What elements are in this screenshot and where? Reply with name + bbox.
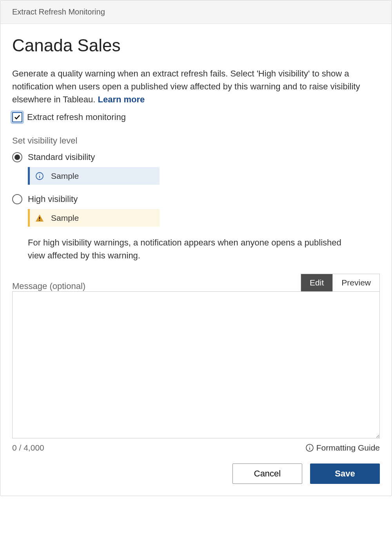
- cancel-button[interactable]: Cancel: [232, 463, 302, 484]
- high-sample-text: Sample: [51, 213, 79, 223]
- char-count: 0 / 4,000: [12, 443, 44, 453]
- dialog-header-title: Extract Refresh Monitoring: [12, 7, 105, 16]
- dialog-header: Extract Refresh Monitoring: [0, 0, 392, 24]
- tab-edit[interactable]: Edit: [301, 274, 332, 291]
- message-textarea[interactable]: [12, 291, 380, 438]
- formatting-guide-link[interactable]: Formatting Guide: [305, 443, 380, 453]
- standard-visibility-row: Standard visibility: [12, 152, 380, 162]
- warning-icon: [35, 214, 44, 222]
- high-sample-box: Sample: [28, 209, 160, 227]
- standard-sample-box: Sample: [28, 167, 160, 185]
- message-tabs: Edit Preview: [301, 274, 380, 291]
- svg-point-8: [309, 446, 310, 447]
- learn-more-link[interactable]: Learn more: [98, 95, 145, 104]
- formatting-guide-text: Formatting Guide: [316, 443, 380, 453]
- save-button[interactable]: Save: [310, 463, 380, 484]
- info-icon: [305, 443, 314, 452]
- dialog-body: Canada Sales Generate a quality warning …: [0, 24, 392, 496]
- standard-visibility-label[interactable]: Standard visibility: [28, 152, 95, 162]
- message-label: Message (optional): [12, 281, 85, 291]
- monitoring-checkbox[interactable]: [12, 112, 22, 122]
- info-icon: [35, 172, 44, 180]
- check-icon: [14, 114, 21, 121]
- svg-point-2: [39, 174, 40, 174]
- dialog-footer: Cancel Save: [12, 463, 380, 484]
- description-body: Generate a quality warning when an extra…: [12, 69, 360, 104]
- page-title: Canada Sales: [12, 36, 380, 55]
- description-text: Generate a quality warning when an extra…: [12, 67, 380, 106]
- high-visibility-row: High visibility: [12, 194, 380, 204]
- visibility-section-label: Set visibility level: [12, 136, 380, 146]
- standard-visibility-radio[interactable]: [12, 152, 22, 162]
- tab-preview[interactable]: Preview: [332, 274, 379, 291]
- message-footer: 0 / 4,000 Formatting Guide: [12, 443, 380, 453]
- standard-sample-text: Sample: [51, 171, 79, 181]
- extract-refresh-dialog: Extract Refresh Monitoring Canada Sales …: [0, 0, 392, 496]
- svg-point-5: [39, 220, 40, 220]
- high-visibility-label[interactable]: High visibility: [28, 194, 78, 204]
- high-visibility-radio[interactable]: [12, 194, 22, 204]
- message-header: Message (optional) Edit Preview: [12, 274, 380, 291]
- high-visibility-description: For high visibility warnings, a notifica…: [28, 236, 353, 262]
- monitoring-checkbox-label[interactable]: Extract refresh monitoring: [27, 112, 126, 122]
- radio-selected-dot: [15, 154, 20, 160]
- monitoring-checkbox-row: Extract refresh monitoring: [12, 112, 380, 122]
